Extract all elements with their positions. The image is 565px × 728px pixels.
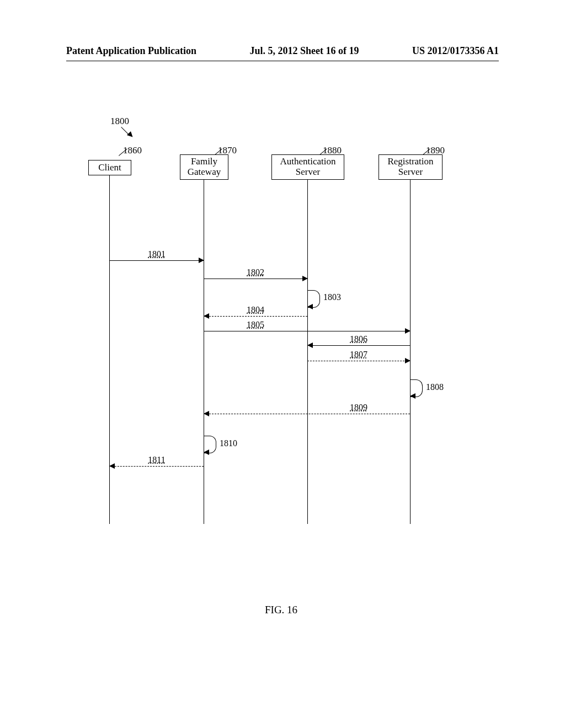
msg-label: 1809 bbox=[349, 403, 369, 413]
msg-1809 bbox=[204, 414, 410, 414]
arrow-icon bbox=[204, 313, 209, 319]
msg-1811 bbox=[109, 466, 204, 467]
msg-label: 1805 bbox=[246, 320, 265, 330]
arrow-icon bbox=[307, 304, 313, 309]
arrow-icon bbox=[307, 342, 313, 348]
lifeline-label: Family Gateway bbox=[188, 157, 221, 177]
lifeline-label: Client bbox=[98, 163, 121, 173]
arrow-icon bbox=[405, 358, 411, 363]
arrow-icon bbox=[302, 276, 308, 281]
arrow-icon bbox=[204, 411, 209, 416]
ref-client: 1860 bbox=[123, 145, 142, 156]
msg-1805 bbox=[204, 331, 410, 331]
lifeline-box-reg: Registration Server bbox=[379, 154, 443, 180]
lifeline-reg bbox=[410, 180, 411, 524]
msg-label: 1804 bbox=[246, 305, 265, 315]
msg-1806 bbox=[307, 345, 410, 346]
msg-1801 bbox=[109, 260, 204, 261]
msg-label: 1803 bbox=[323, 292, 341, 302]
arrow-icon bbox=[204, 449, 209, 455]
lifeline-auth bbox=[307, 180, 308, 524]
diagram-ref: 1800 bbox=[110, 116, 129, 127]
msg-1804 bbox=[204, 316, 307, 317]
msg-label: 1806 bbox=[349, 334, 369, 344]
sequence-diagram: 1800 1860 1870 1880 1890 Client Family G… bbox=[66, 116, 502, 540]
msg-label: 1811 bbox=[147, 455, 166, 465]
lifeline-client bbox=[109, 175, 110, 524]
page: Patent Application Publication Jul. 5, 2… bbox=[0, 0, 565, 728]
msg-label: 1810 bbox=[220, 438, 237, 448]
figure-caption: FIG. 16 bbox=[265, 604, 297, 616]
msg-label: 1807 bbox=[349, 350, 369, 360]
lifeline-box-auth: Authentication Server bbox=[271, 154, 344, 180]
page-header: Patent Application Publication Jul. 5, 2… bbox=[66, 45, 499, 61]
arrow-icon bbox=[109, 463, 115, 469]
lifeline-box-gateway: Family Gateway bbox=[180, 154, 228, 180]
lifeline-label: Registration Server bbox=[387, 157, 433, 177]
arrow-icon bbox=[410, 393, 415, 399]
arrow-icon bbox=[405, 328, 411, 334]
diagram-ref-arrow bbox=[121, 127, 131, 137]
msg-label: 1802 bbox=[246, 267, 265, 277]
lifeline-gateway bbox=[204, 180, 204, 524]
lifeline-box-client: Client bbox=[88, 160, 131, 175]
lifeline-label: Authentication Server bbox=[280, 157, 335, 177]
header-middle: Jul. 5, 2012 Sheet 16 of 19 bbox=[250, 45, 359, 61]
msg-label: 1808 bbox=[426, 382, 444, 392]
header-right: US 2012/0173356 A1 bbox=[412, 45, 499, 61]
msg-1802 bbox=[204, 279, 307, 279]
msg-label: 1801 bbox=[147, 249, 167, 259]
header-left: Patent Application Publication bbox=[66, 45, 196, 61]
msg-1807 bbox=[307, 361, 410, 361]
arrow-icon bbox=[199, 258, 204, 263]
